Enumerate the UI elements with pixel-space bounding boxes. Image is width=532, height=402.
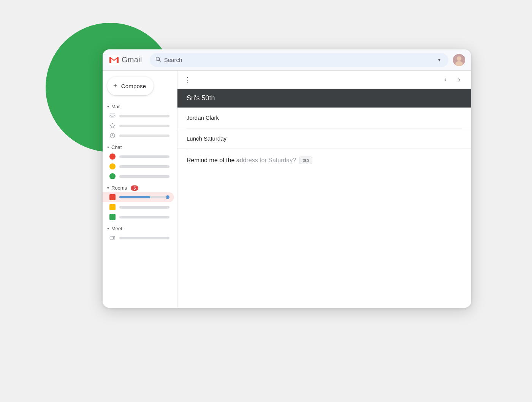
sidebar-item-chat-2[interactable] [103, 161, 174, 171]
star-icon [109, 123, 116, 129]
more-options-icon[interactable]: ⋮ [184, 75, 191, 84]
inbox-icon [109, 113, 116, 119]
compose-suggestion-text: ddress for Saturday? [240, 157, 296, 164]
progress-fill [119, 196, 150, 198]
email-thread-title: Sri's 50th [187, 94, 215, 102]
search-input-label: Search [164, 57, 432, 63]
svg-point-4 [457, 56, 461, 61]
email-sender-1: Jordan Clark [187, 114, 247, 121]
email-row-1[interactable]: Jordan Clark [177, 108, 471, 128]
rooms-items [103, 192, 177, 222]
sidebar-item-chat-1[interactable] [103, 152, 174, 161]
tab-key-hint[interactable]: tab [299, 157, 312, 164]
chat-dot-yellow [109, 163, 116, 169]
sidebar-item-chat-3[interactable] [103, 171, 174, 181]
mail-items [103, 111, 177, 141]
panel-navigation: ‹ › [439, 74, 465, 86]
svg-line-2 [159, 60, 160, 62]
meet-section-label: Meet [111, 226, 122, 231]
email-thread-header: Sri's 50th [177, 89, 471, 108]
rooms-dot-yellow [109, 204, 116, 210]
chat-dot-green [109, 173, 116, 179]
mail-section-label: Mail [111, 104, 120, 109]
rooms-badge: 5 [131, 185, 138, 191]
search-dropdown-icon[interactable]: ▾ [435, 56, 443, 64]
main-content: + Compose ▾ Mail [103, 71, 471, 308]
meet-chevron-icon: ▾ [107, 226, 109, 231]
rooms-dot-green [109, 214, 116, 220]
gmail-app-name: Gmail [122, 55, 142, 64]
browser-window: Gmail Search ▾ [103, 49, 471, 308]
sidebar: + Compose ▾ Mail [103, 71, 177, 308]
chat-items [103, 152, 177, 181]
progress-track [119, 196, 166, 198]
compose-button[interactable]: + Compose [107, 77, 154, 95]
compose-typed-text: Remind me of the a [187, 157, 240, 164]
compose-label: Compose [121, 83, 146, 89]
svg-rect-6 [110, 114, 115, 118]
sidebar-item-starred[interactable] [103, 121, 174, 131]
rooms-chevron-icon: ▾ [107, 186, 109, 190]
email-row-2[interactable]: Lunch Saturday [177, 128, 471, 149]
sidebar-item-rooms-3[interactable] [103, 212, 174, 222]
email-panel: Sri's 50th Jordan Clark Lunch Saturday R… [177, 89, 471, 308]
main-panel: ⋮ ‹ › Sri's 50th Jordan Clark [177, 71, 471, 308]
rooms-section-header[interactable]: ▾ Rooms 5 [103, 183, 177, 192]
chat-chevron-icon: ▾ [107, 145, 109, 149]
user-avatar[interactable] [453, 54, 465, 66]
meet-section-header[interactable]: ▾ Meet [103, 223, 177, 233]
rooms-section-label: Rooms [111, 185, 127, 191]
chat-section-header[interactable]: ▾ Chat [103, 142, 177, 152]
avatar-image [453, 54, 465, 66]
rooms-progress [119, 195, 169, 199]
sidebar-item-rooms-2[interactable] [103, 202, 174, 212]
mail-chevron-icon: ▾ [107, 104, 109, 109]
smart-compose-row[interactable]: Remind me of the a ddress for Saturday? … [177, 149, 471, 171]
svg-rect-9 [110, 236, 113, 239]
forward-button[interactable]: › [453, 74, 465, 86]
rooms-dot-red [109, 194, 116, 200]
sidebar-item-rooms-1[interactable] [103, 192, 174, 202]
svg-marker-7 [110, 123, 115, 128]
panel-topbar: ⋮ ‹ › [177, 71, 471, 89]
gmail-logo-icon [109, 55, 119, 65]
search-bar[interactable]: Search ▾ [150, 53, 448, 67]
sidebar-item-snoozed[interactable] [103, 131, 174, 141]
clock-icon [109, 133, 116, 139]
back-button[interactable]: ‹ [439, 74, 451, 86]
chat-section-label: Chat [111, 144, 122, 150]
top-bar: Gmail Search ▾ [103, 49, 471, 71]
search-icon [155, 56, 161, 64]
email-sender-2: Lunch Saturday [187, 135, 247, 142]
meet-items [103, 233, 177, 243]
sidebar-item-meet-1[interactable] [103, 233, 174, 243]
video-icon [109, 235, 116, 241]
chat-dot-red [109, 154, 116, 160]
gmail-logo: Gmail [109, 55, 142, 65]
mail-section-header[interactable]: ▾ Mail [103, 101, 177, 111]
sidebar-item-inbox[interactable] [103, 111, 174, 121]
compose-plus-icon: + [113, 82, 117, 90]
